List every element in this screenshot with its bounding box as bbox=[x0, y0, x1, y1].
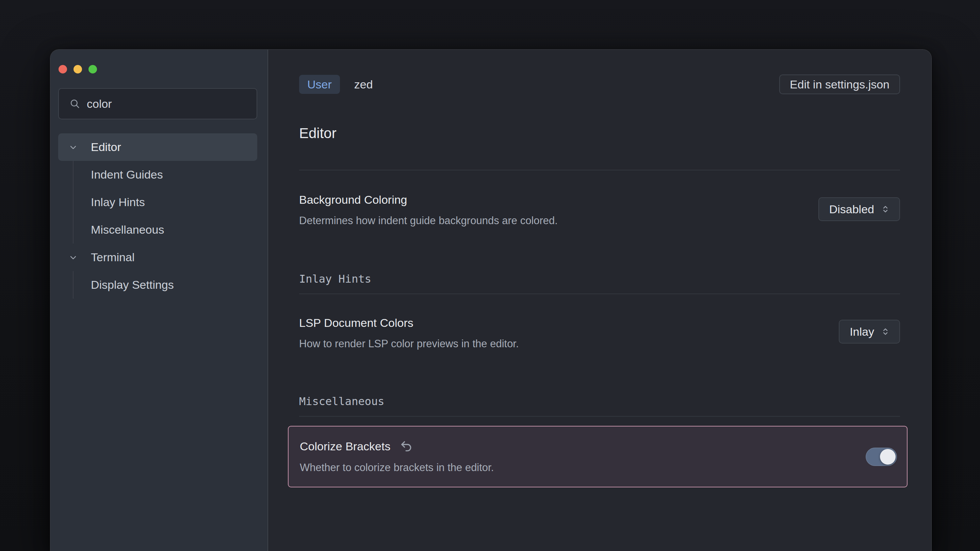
tab-zed-label: zed bbox=[354, 78, 373, 91]
chevron-up-down-icon bbox=[880, 204, 891, 214]
setting-title: LSP Document Colors bbox=[299, 316, 839, 330]
setting-texts: Background Coloring Determines how inden… bbox=[299, 193, 818, 227]
setting-row-background-coloring: Background Coloring Determines how inden… bbox=[299, 193, 900, 227]
setting-texts: Colorize Brackets Whether to colorize br… bbox=[300, 427, 865, 487]
settings-nav: Editor Indent Guides Inlay Hints Miscell… bbox=[58, 133, 256, 299]
page-title: Editor bbox=[299, 125, 900, 141]
setting-title: Background Coloring bbox=[299, 193, 818, 206]
dropdown-value: Inlay bbox=[850, 325, 874, 338]
tab-zed[interactable]: zed bbox=[346, 75, 381, 94]
tab-user-label: User bbox=[307, 78, 332, 91]
sidebar-item-label: Display Settings bbox=[91, 278, 174, 292]
tabs-row: User zed Edit in settings.json bbox=[299, 75, 900, 94]
sidebar-item-miscellaneous[interactable]: Miscellaneous bbox=[58, 216, 257, 243]
sidebar-item-label: Miscellaneous bbox=[91, 223, 164, 237]
setting-row-lsp-document-colors: LSP Document Colors How to render LSP co… bbox=[299, 316, 900, 350]
chevron-up-down-icon bbox=[880, 327, 891, 337]
sidebar-item-label: Editor bbox=[91, 140, 121, 154]
window-controls bbox=[58, 65, 256, 73]
minimize-button[interactable] bbox=[73, 65, 82, 73]
edit-in-settings-json-button[interactable]: Edit in settings.json bbox=[779, 75, 900, 94]
setting-texts: LSP Document Colors How to render LSP co… bbox=[299, 316, 839, 350]
divider bbox=[299, 416, 900, 417]
tab-user[interactable]: User bbox=[299, 75, 340, 94]
sidebar-item-terminal[interactable]: Terminal bbox=[58, 243, 257, 271]
chevron-down-icon[interactable] bbox=[68, 253, 78, 262]
setting-title: Colorize Brackets bbox=[300, 440, 390, 453]
setting-description: Whether to colorize brackets in the edit… bbox=[300, 462, 865, 474]
sidebar-item-editor[interactable]: Editor bbox=[58, 133, 257, 161]
lsp-document-colors-dropdown[interactable]: Inlay bbox=[839, 320, 900, 343]
section-heading-inlay-hints: Inlay Hints bbox=[299, 273, 900, 284]
settings-search[interactable] bbox=[58, 88, 257, 119]
toggle-knob bbox=[880, 449, 896, 465]
settings-content: User zed Edit in settings.json Editor Ba… bbox=[268, 50, 931, 551]
sidebar-item-label: Terminal bbox=[91, 251, 134, 264]
sidebar-item-label: Indent Guides bbox=[91, 168, 163, 181]
sidebar-item-indent-guides[interactable]: Indent Guides bbox=[58, 161, 257, 189]
sidebar: Editor Indent Guides Inlay Hints Miscell… bbox=[50, 50, 268, 551]
chevron-down-icon[interactable] bbox=[68, 143, 78, 152]
sidebar-item-inlay-hints[interactable]: Inlay Hints bbox=[58, 189, 257, 216]
sidebar-item-label: Inlay Hints bbox=[91, 195, 145, 209]
background-coloring-dropdown[interactable]: Disabled bbox=[818, 197, 900, 221]
setting-description: How to render LSP color previews in the … bbox=[299, 338, 839, 350]
close-button[interactable] bbox=[59, 65, 67, 73]
zoom-button[interactable] bbox=[89, 65, 97, 73]
divider bbox=[299, 170, 900, 170]
section-heading-miscellaneous: Miscellaneous bbox=[299, 396, 900, 407]
setting-description: Determines how indent guide backgrounds … bbox=[299, 214, 818, 227]
reset-to-default-icon[interactable] bbox=[399, 439, 414, 453]
dropdown-value: Disabled bbox=[829, 203, 874, 216]
sidebar-item-display-settings[interactable]: Display Settings bbox=[58, 271, 257, 299]
colorize-brackets-toggle[interactable] bbox=[865, 448, 897, 466]
settings-window: Editor Indent Guides Inlay Hints Miscell… bbox=[50, 49, 932, 551]
setting-row-colorize-brackets: Colorize Brackets Whether to colorize br… bbox=[288, 426, 907, 487]
search-input[interactable] bbox=[87, 97, 248, 111]
search-icon bbox=[67, 98, 81, 110]
divider bbox=[299, 294, 900, 294]
